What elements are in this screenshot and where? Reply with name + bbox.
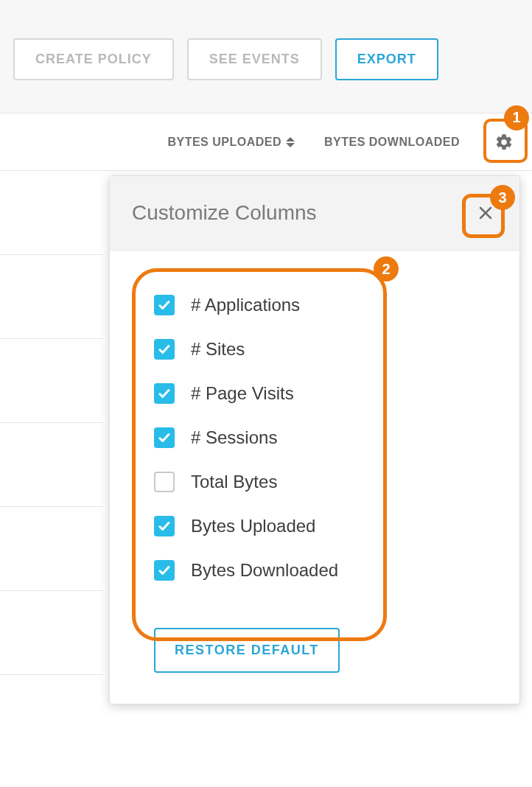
restore-default-button[interactable]: RESTORE DEFAULT [154,628,340,673]
checkbox[interactable] [154,339,175,360]
checkbox[interactable] [154,383,175,404]
callout-badge-3: 3 [490,185,515,210]
popover-title: Customize Columns [132,201,317,225]
column-option[interactable]: Bytes Downloaded [154,560,475,581]
check-icon [158,343,171,356]
table-row [0,171,103,255]
option-label: Bytes Uploaded [191,516,315,536]
option-label: # Sessions [191,427,277,448]
sort-arrows-icon [286,137,295,147]
popover-header: Customize Columns 3 [110,176,519,251]
customize-columns-popover: Customize Columns 3 2 # Applications# Si… [109,175,520,704]
option-label: Total Bytes [191,472,277,492]
table-row [0,423,103,507]
option-label: # Applications [191,295,300,315]
option-label: # Sites [191,339,245,360]
checkbox[interactable] [154,516,175,536]
column-option[interactable]: Bytes Uploaded [154,516,475,536]
check-icon [158,564,171,577]
create-policy-button[interactable]: CREATE POLICY [13,38,174,80]
column-options-list: # Applications# Sites# Page Visits# Sess… [132,287,497,595]
checkbox[interactable] [154,295,175,315]
column-option[interactable]: Total Bytes [154,472,475,492]
gear-icon [494,133,514,152]
callout-badge-1: 1 [504,105,529,130]
column-label: BYTES UPLOADED [167,136,281,149]
option-label: Bytes Downloaded [191,560,338,581]
check-icon [158,431,171,444]
column-option[interactable]: # Sessions [154,427,475,448]
table-row [0,339,103,423]
table-row [0,507,103,591]
column-bytes-uploaded[interactable]: BYTES UPLOADED [167,136,295,149]
column-bytes-downloaded[interactable]: BYTES DOWNLOADED [324,136,460,149]
column-header-row: BYTES UPLOADED BYTES DOWNLOADED 1 [0,113,532,171]
check-icon [158,298,171,312]
column-option[interactable]: # Applications [154,295,475,315]
column-option[interactable]: # Page Visits [154,383,475,404]
checkbox[interactable] [154,472,175,492]
checkbox[interactable] [154,560,175,581]
export-button[interactable]: EXPORT [335,38,438,80]
column-label: BYTES DOWNLOADED [324,136,460,149]
column-option[interactable]: # Sites [154,339,475,360]
callout-badge-2: 2 [374,256,399,281]
close-icon [477,204,494,222]
settings-button[interactable] [489,127,519,157]
top-toolbar: CREATE POLICY SEE EVENTS EXPORT [0,0,532,113]
checkbox[interactable] [154,427,175,448]
table-row [0,591,103,675]
check-icon [158,387,171,400]
table-row [0,255,103,339]
check-icon [158,520,171,533]
see-events-button[interactable]: SEE EVENTS [187,38,322,80]
popover-body: 2 # Applications# Sites# Page Visits# Se… [110,251,519,704]
option-label: # Page Visits [191,383,294,404]
